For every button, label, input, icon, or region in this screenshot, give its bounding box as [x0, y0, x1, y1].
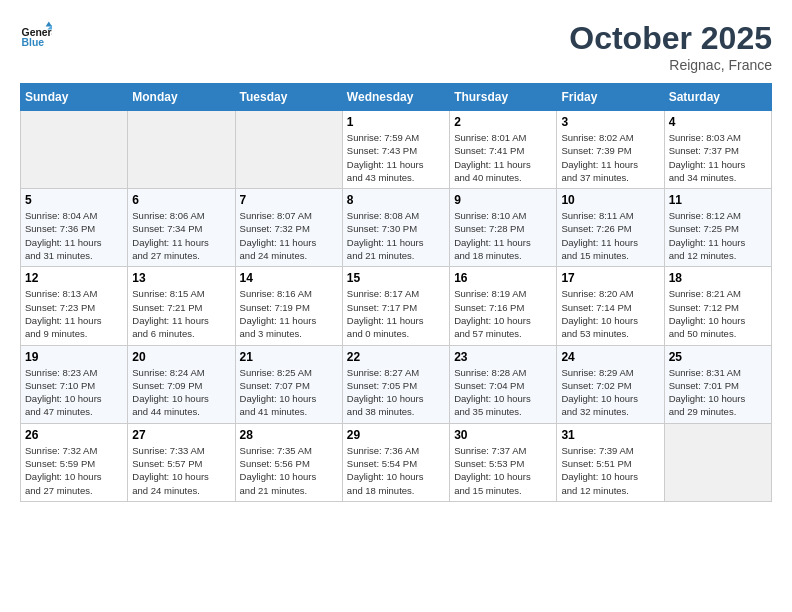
- day-info: Sunrise: 8:19 AM Sunset: 7:16 PM Dayligh…: [454, 287, 552, 340]
- calendar-cell: 8Sunrise: 8:08 AM Sunset: 7:30 PM Daylig…: [342, 189, 449, 267]
- day-number: 31: [561, 428, 659, 442]
- day-number: 10: [561, 193, 659, 207]
- day-info: Sunrise: 8:04 AM Sunset: 7:36 PM Dayligh…: [25, 209, 123, 262]
- calendar-cell: 14Sunrise: 8:16 AM Sunset: 7:19 PM Dayli…: [235, 267, 342, 345]
- day-number: 6: [132, 193, 230, 207]
- day-number: 1: [347, 115, 445, 129]
- day-info: Sunrise: 8:02 AM Sunset: 7:39 PM Dayligh…: [561, 131, 659, 184]
- day-number: 3: [561, 115, 659, 129]
- calendar-cell: 27Sunrise: 7:33 AM Sunset: 5:57 PM Dayli…: [128, 423, 235, 501]
- logo-icon: General Blue: [20, 20, 52, 52]
- calendar-cell: 28Sunrise: 7:35 AM Sunset: 5:56 PM Dayli…: [235, 423, 342, 501]
- day-number: 28: [240, 428, 338, 442]
- svg-text:Blue: Blue: [22, 37, 45, 48]
- week-row-5: 26Sunrise: 7:32 AM Sunset: 5:59 PM Dayli…: [21, 423, 772, 501]
- svg-marker-2: [46, 22, 52, 27]
- calendar-cell: 30Sunrise: 7:37 AM Sunset: 5:53 PM Dayli…: [450, 423, 557, 501]
- calendar-cell: 23Sunrise: 8:28 AM Sunset: 7:04 PM Dayli…: [450, 345, 557, 423]
- calendar-cell: 19Sunrise: 8:23 AM Sunset: 7:10 PM Dayli…: [21, 345, 128, 423]
- calendar-cell: 2Sunrise: 8:01 AM Sunset: 7:41 PM Daylig…: [450, 111, 557, 189]
- day-info: Sunrise: 8:17 AM Sunset: 7:17 PM Dayligh…: [347, 287, 445, 340]
- day-info: Sunrise: 8:28 AM Sunset: 7:04 PM Dayligh…: [454, 366, 552, 419]
- day-number: 16: [454, 271, 552, 285]
- calendar-cell: 11Sunrise: 8:12 AM Sunset: 7:25 PM Dayli…: [664, 189, 771, 267]
- weekday-thursday: Thursday: [450, 84, 557, 111]
- calendar-cell: [235, 111, 342, 189]
- day-info: Sunrise: 8:06 AM Sunset: 7:34 PM Dayligh…: [132, 209, 230, 262]
- day-info: Sunrise: 8:08 AM Sunset: 7:30 PM Dayligh…: [347, 209, 445, 262]
- day-info: Sunrise: 7:59 AM Sunset: 7:43 PM Dayligh…: [347, 131, 445, 184]
- calendar-cell: 7Sunrise: 8:07 AM Sunset: 7:32 PM Daylig…: [235, 189, 342, 267]
- day-info: Sunrise: 7:36 AM Sunset: 5:54 PM Dayligh…: [347, 444, 445, 497]
- day-info: Sunrise: 8:07 AM Sunset: 7:32 PM Dayligh…: [240, 209, 338, 262]
- day-info: Sunrise: 8:16 AM Sunset: 7:19 PM Dayligh…: [240, 287, 338, 340]
- calendar-cell: 1Sunrise: 7:59 AM Sunset: 7:43 PM Daylig…: [342, 111, 449, 189]
- week-row-1: 1Sunrise: 7:59 AM Sunset: 7:43 PM Daylig…: [21, 111, 772, 189]
- calendar-cell: 6Sunrise: 8:06 AM Sunset: 7:34 PM Daylig…: [128, 189, 235, 267]
- calendar-cell: [21, 111, 128, 189]
- weekday-wednesday: Wednesday: [342, 84, 449, 111]
- day-info: Sunrise: 8:15 AM Sunset: 7:21 PM Dayligh…: [132, 287, 230, 340]
- day-info: Sunrise: 8:11 AM Sunset: 7:26 PM Dayligh…: [561, 209, 659, 262]
- day-number: 13: [132, 271, 230, 285]
- title-block: October 2025 Reignac, France: [569, 20, 772, 73]
- calendar-cell: 24Sunrise: 8:29 AM Sunset: 7:02 PM Dayli…: [557, 345, 664, 423]
- week-row-3: 12Sunrise: 8:13 AM Sunset: 7:23 PM Dayli…: [21, 267, 772, 345]
- day-number: 25: [669, 350, 767, 364]
- weekday-friday: Friday: [557, 84, 664, 111]
- day-info: Sunrise: 7:32 AM Sunset: 5:59 PM Dayligh…: [25, 444, 123, 497]
- day-number: 5: [25, 193, 123, 207]
- weekday-monday: Monday: [128, 84, 235, 111]
- page-header: General Blue October 2025 Reignac, Franc…: [20, 20, 772, 73]
- day-number: 14: [240, 271, 338, 285]
- day-number: 29: [347, 428, 445, 442]
- svg-text:General: General: [22, 27, 52, 38]
- day-number: 4: [669, 115, 767, 129]
- month-title: October 2025: [569, 20, 772, 57]
- calendar-cell: 10Sunrise: 8:11 AM Sunset: 7:26 PM Dayli…: [557, 189, 664, 267]
- day-number: 18: [669, 271, 767, 285]
- weekday-header-row: SundayMondayTuesdayWednesdayThursdayFrid…: [21, 84, 772, 111]
- day-info: Sunrise: 7:35 AM Sunset: 5:56 PM Dayligh…: [240, 444, 338, 497]
- day-number: 20: [132, 350, 230, 364]
- week-row-4: 19Sunrise: 8:23 AM Sunset: 7:10 PM Dayli…: [21, 345, 772, 423]
- calendar-cell: 20Sunrise: 8:24 AM Sunset: 7:09 PM Dayli…: [128, 345, 235, 423]
- calendar-cell: 4Sunrise: 8:03 AM Sunset: 7:37 PM Daylig…: [664, 111, 771, 189]
- day-number: 22: [347, 350, 445, 364]
- day-info: Sunrise: 7:33 AM Sunset: 5:57 PM Dayligh…: [132, 444, 230, 497]
- weekday-sunday: Sunday: [21, 84, 128, 111]
- day-number: 7: [240, 193, 338, 207]
- calendar-cell: 29Sunrise: 7:36 AM Sunset: 5:54 PM Dayli…: [342, 423, 449, 501]
- weekday-tuesday: Tuesday: [235, 84, 342, 111]
- location-title: Reignac, France: [569, 57, 772, 73]
- day-number: 8: [347, 193, 445, 207]
- day-number: 30: [454, 428, 552, 442]
- day-info: Sunrise: 8:12 AM Sunset: 7:25 PM Dayligh…: [669, 209, 767, 262]
- calendar-cell: 16Sunrise: 8:19 AM Sunset: 7:16 PM Dayli…: [450, 267, 557, 345]
- calendar-cell: 18Sunrise: 8:21 AM Sunset: 7:12 PM Dayli…: [664, 267, 771, 345]
- weekday-saturday: Saturday: [664, 84, 771, 111]
- day-number: 12: [25, 271, 123, 285]
- calendar-cell: 21Sunrise: 8:25 AM Sunset: 7:07 PM Dayli…: [235, 345, 342, 423]
- calendar-cell: 31Sunrise: 7:39 AM Sunset: 5:51 PM Dayli…: [557, 423, 664, 501]
- day-info: Sunrise: 8:20 AM Sunset: 7:14 PM Dayligh…: [561, 287, 659, 340]
- calendar-body: 1Sunrise: 7:59 AM Sunset: 7:43 PM Daylig…: [21, 111, 772, 502]
- day-info: Sunrise: 8:27 AM Sunset: 7:05 PM Dayligh…: [347, 366, 445, 419]
- day-number: 27: [132, 428, 230, 442]
- day-number: 17: [561, 271, 659, 285]
- day-number: 11: [669, 193, 767, 207]
- calendar-cell: [664, 423, 771, 501]
- calendar-cell: 12Sunrise: 8:13 AM Sunset: 7:23 PM Dayli…: [21, 267, 128, 345]
- day-number: 21: [240, 350, 338, 364]
- day-info: Sunrise: 7:37 AM Sunset: 5:53 PM Dayligh…: [454, 444, 552, 497]
- day-info: Sunrise: 8:03 AM Sunset: 7:37 PM Dayligh…: [669, 131, 767, 184]
- day-info: Sunrise: 8:23 AM Sunset: 7:10 PM Dayligh…: [25, 366, 123, 419]
- day-info: Sunrise: 8:25 AM Sunset: 7:07 PM Dayligh…: [240, 366, 338, 419]
- calendar-cell: 25Sunrise: 8:31 AM Sunset: 7:01 PM Dayli…: [664, 345, 771, 423]
- day-number: 23: [454, 350, 552, 364]
- calendar-cell: 13Sunrise: 8:15 AM Sunset: 7:21 PM Dayli…: [128, 267, 235, 345]
- week-row-2: 5Sunrise: 8:04 AM Sunset: 7:36 PM Daylig…: [21, 189, 772, 267]
- calendar-cell: 5Sunrise: 8:04 AM Sunset: 7:36 PM Daylig…: [21, 189, 128, 267]
- day-info: Sunrise: 8:24 AM Sunset: 7:09 PM Dayligh…: [132, 366, 230, 419]
- day-number: 24: [561, 350, 659, 364]
